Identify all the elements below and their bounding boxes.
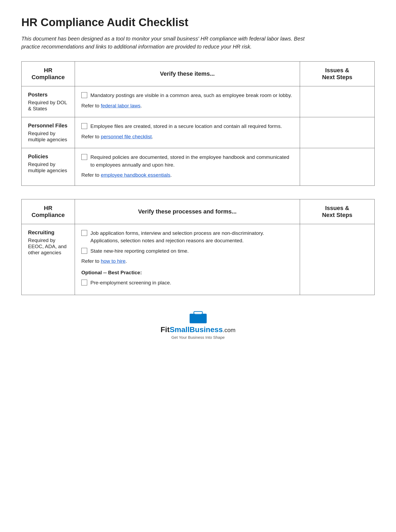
logo-icon — [187, 308, 209, 324]
verify-cell-personnel-files: Employee files are created, stored in a … — [75, 117, 300, 148]
logo-com: .com — [223, 327, 235, 333]
logo-text: FitSmallBusiness.com — [161, 325, 235, 334]
table2-col2-header: Verify these processes and forms... — [75, 199, 300, 224]
category-cell-posters: Posters Required by DOL& States — [22, 86, 75, 117]
issues-cell-posters — [300, 86, 375, 117]
table-row: Personnel Files Required bymultiple agen… — [22, 117, 375, 148]
ref-link-federal-labor-laws[interactable]: federal labor laws — [101, 103, 141, 108]
table1-col3-header: Issues &Next Steps — [300, 62, 375, 86]
checklist-item-best-practice: Pre-employment screening in place. — [81, 279, 293, 287]
checkbox[interactable] — [81, 92, 87, 98]
ref-link-personnel-file-checklist[interactable]: personnel file checklist — [101, 134, 152, 139]
item-text: Pre-employment screening in place. — [90, 279, 171, 287]
ref-line: Refer to how to hire. — [81, 257, 293, 265]
category-subtitle: Required byEEOC, ADA, andother agencies — [28, 237, 67, 255]
ref-line: Refer to employee handbook essentials. — [81, 171, 293, 179]
category-subtitle: Required bymultiple agencies — [28, 162, 67, 173]
category-title: Posters — [28, 92, 68, 98]
category-subtitle: Required bymultiple agencies — [28, 131, 67, 142]
ref-link-how-to-hire[interactable]: how to hire — [101, 258, 126, 264]
item-text: Employee files are created, stored in a … — [90, 123, 282, 130]
item-text: Job application forms, interview and sel… — [90, 229, 264, 245]
checkbox[interactable] — [81, 280, 87, 285]
logo-small-business: SmallBusiness — [170, 325, 223, 334]
compliance-table-2: HRCompliance Verify these processes and … — [21, 199, 375, 295]
subtitle: This document has been designed as a too… — [21, 35, 315, 51]
compliance-table-1: HRCompliance Verify these items... Issue… — [21, 61, 375, 186]
verify-cell-posters: Mandatory postings are visible in a comm… — [75, 86, 300, 117]
logo-tagline: Get Your Business Into Shape — [171, 335, 225, 340]
item-text: Mandatory postings are visible in a comm… — [90, 92, 292, 99]
svg-rect-3 — [190, 314, 207, 323]
checklist-item: Mandatory postings are visible in a comm… — [81, 92, 293, 99]
best-practice-label: Optional -- Best Practice: — [81, 269, 293, 277]
table1-col2-header: Verify these items... — [75, 62, 300, 86]
logo-fit: Fit — [161, 325, 170, 334]
category-subtitle: Required by DOL& States — [28, 100, 67, 111]
footer: FitSmallBusiness.com Get Your Business I… — [21, 308, 375, 340]
item-text: State new-hire reporting completed on ti… — [90, 247, 189, 255]
category-title: Personnel Files — [28, 123, 68, 129]
checklist-item: Required policies are documented, stored… — [81, 154, 293, 169]
category-title: Recruiting — [28, 229, 68, 236]
checklist-item: State new-hire reporting completed on ti… — [81, 247, 293, 255]
checklist-item: Employee files are created, stored in a … — [81, 123, 293, 130]
verify-cell-policies: Required policies are documented, stored… — [75, 148, 300, 186]
item-text: Required policies are documented, stored… — [90, 154, 293, 169]
checkbox[interactable] — [81, 154, 87, 160]
checkbox[interactable] — [81, 248, 87, 254]
checklist-item: Job application forms, interview and sel… — [81, 229, 293, 245]
issues-cell-personnel-files — [300, 117, 375, 148]
table2-col3-header: Issues &Next Steps — [300, 199, 375, 224]
ref-line: Refer to federal labor laws. — [81, 102, 293, 110]
svg-rect-4 — [195, 312, 201, 314]
ref-link-employee-handbook-essentials[interactable]: employee handbook essentials — [101, 172, 170, 178]
table1-col1-header: HRCompliance — [22, 62, 75, 86]
issues-cell-policies — [300, 148, 375, 186]
issues-cell-recruiting — [300, 224, 375, 295]
table-row: Recruiting Required byEEOC, ADA, andothe… — [22, 224, 375, 295]
table-row: Posters Required by DOL& States Mandator… — [22, 86, 375, 117]
verify-cell-recruiting: Job application forms, interview and sel… — [75, 224, 300, 295]
category-title: Policies — [28, 154, 68, 160]
ref-line: Refer to personnel file checklist. — [81, 133, 293, 141]
logo-container: FitSmallBusiness.com Get Your Business I… — [21, 308, 375, 340]
table-row: Policies Required bymultiple agencies Re… — [22, 148, 375, 186]
category-cell-policies: Policies Required bymultiple agencies — [22, 148, 75, 186]
category-cell-personnel-files: Personnel Files Required bymultiple agen… — [22, 117, 75, 148]
category-cell-recruiting: Recruiting Required byEEOC, ADA, andothe… — [22, 224, 75, 295]
page-title: HR Compliance Audit Checklist — [21, 16, 375, 29]
table2-col1-header: HRCompliance — [22, 199, 75, 224]
checkbox[interactable] — [81, 123, 87, 129]
checkbox[interactable] — [81, 230, 87, 236]
